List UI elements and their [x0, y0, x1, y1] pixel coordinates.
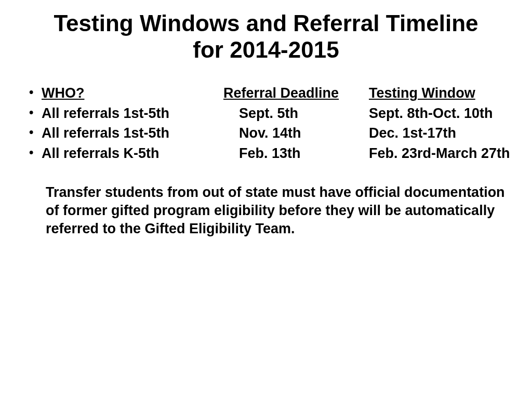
slide-title: Testing Windows and Referral Timeline fo…	[16, 10, 516, 63]
slide: Testing Windows and Referral Timeline fo…	[0, 0, 532, 399]
cell-who: All referrals 1st-5th	[42, 104, 223, 123]
header-row: WHO? Referral Deadline Testing Window	[26, 84, 516, 102]
note-text: Transfer students from out of state must…	[46, 184, 505, 236]
cell-window: Sept. 8th-Oct. 10th	[369, 104, 532, 123]
bullet-list: WHO? Referral Deadline Testing Window Al…	[26, 84, 516, 163]
cell-who: All referrals 1st-5th	[42, 124, 223, 142]
cell-window: Dec. 1st-17th	[369, 124, 532, 142]
header-deadline: Referral Deadline	[223, 84, 369, 102]
data-row: All referrals 1st-5th Sept. 5th Sept. 8t…	[26, 104, 516, 123]
cell-deadline: Feb. 13th	[223, 144, 369, 163]
header-who: WHO?	[42, 84, 223, 102]
data-row: All referrals 1st-5th Nov. 14th Dec. 1st…	[26, 124, 516, 142]
cell-deadline: Nov. 14th	[223, 124, 369, 142]
note-paragraph: Transfer students from out of state must…	[26, 183, 516, 238]
cell-deadline: Sept. 5th	[223, 104, 369, 123]
data-row: All referrals K-5th Feb. 13th Feb. 23rd-…	[26, 144, 516, 163]
cell-window: Feb. 23rd-March 27th	[369, 144, 532, 163]
cell-who: All referrals K-5th	[42, 144, 223, 163]
header-window: Testing Window	[369, 84, 532, 102]
content-area: WHO? Referral Deadline Testing Window Al…	[16, 84, 516, 238]
